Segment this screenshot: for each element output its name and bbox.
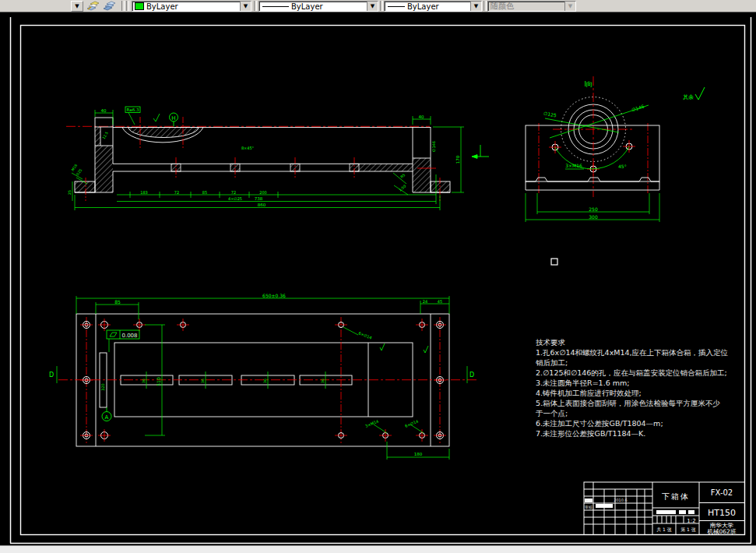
dim-label: ∅146 bbox=[431, 141, 436, 152]
dim-label: 738 bbox=[255, 196, 263, 201]
lineweight-control-combo[interactable]: ByLayer ▼ bbox=[384, 1, 482, 12]
tech-line: 5.箱体上表面接合面刮研，用涂色法检验每平方厘米不少 bbox=[536, 398, 744, 408]
tech-line: 于一个点; bbox=[536, 408, 744, 418]
part-name: 下箱体 bbox=[662, 492, 690, 501]
command-line-strip[interactable] bbox=[0, 545, 756, 553]
dim-label: 860 bbox=[258, 203, 266, 207]
toolbar-separator bbox=[121, 1, 125, 11]
drawing-number: FX-02 bbox=[711, 488, 733, 497]
front-section-view: H Ra6.3 bbox=[66, 107, 489, 210]
layer-previous-icon[interactable] bbox=[102, 0, 117, 11]
dim-label: 180 bbox=[414, 452, 423, 456]
surface-note-label: 其余 bbox=[683, 94, 694, 100]
dim-label: 250 bbox=[589, 206, 598, 212]
view-label: I向 bbox=[584, 80, 592, 88]
leader-label: ∅25 bbox=[76, 168, 83, 177]
slot-dim-label: 36 bbox=[201, 379, 205, 383]
toolbar-separator bbox=[483, 1, 487, 11]
dim-label: 650±0.36 bbox=[262, 293, 286, 298]
bolt-note-label: 3×M16 bbox=[565, 163, 582, 168]
flatness-symbol-icon bbox=[110, 333, 117, 336]
dim-label: 510 bbox=[156, 377, 161, 386]
chamfer-label: 8×45° bbox=[241, 146, 255, 150]
roughness-check-icon bbox=[695, 87, 705, 100]
dim-label: 300 bbox=[589, 214, 598, 220]
toolbar-separator bbox=[380, 1, 383, 11]
title-date: 2010.6 bbox=[614, 498, 628, 502]
lineweight-value: ByLayer bbox=[405, 2, 439, 11]
tech-line: 3.未注圆角半径R=1.6 mm; bbox=[536, 378, 744, 388]
color-value: ByLayer bbox=[144, 2, 178, 11]
datum-label: A bbox=[105, 414, 109, 421]
technical-requirements: 技术要求 1.孔6x∅14和螺纹孔4xM14,应在上下箱体合箱，插入定位 销后加… bbox=[536, 337, 744, 439]
slot-dim-label: 36 bbox=[263, 379, 267, 383]
toolbar-separator bbox=[126, 1, 129, 11]
make-object-layer-current-icon[interactable] bbox=[86, 0, 100, 11]
dim-label: 72 bbox=[231, 190, 236, 195]
flatness-tolerance-frame: 0.008 bbox=[107, 330, 139, 352]
dim-label: 40 bbox=[419, 114, 424, 119]
plotstyle-control-combo: 随颜色 ▼ bbox=[487, 1, 576, 12]
angle-label: 45° bbox=[618, 164, 627, 169]
title-row-label: 设计 bbox=[584, 498, 592, 502]
plotstyle-value: 随颜色 bbox=[488, 1, 514, 12]
chevron-down-icon[interactable]: ▼ bbox=[367, 2, 378, 11]
linetype-value: ByLayer bbox=[289, 2, 323, 11]
dim-label: 200 bbox=[259, 190, 267, 195]
linetype-control-combo[interactable]: ByLayer ▼ bbox=[258, 1, 378, 12]
tech-line: 6.未注加工尺寸公差按GB/T1804—m; bbox=[536, 418, 744, 428]
title-row-label: 审核 bbox=[585, 505, 592, 509]
color-swatch bbox=[135, 2, 144, 10]
object-properties-toolbar: ▼ ByLayer ▼ ByLayer bbox=[0, 0, 756, 12]
cad-application-window: ▼ ByLayer ▼ ByLayer bbox=[0, 0, 756, 553]
tech-line: 销后加工; bbox=[536, 358, 744, 368]
tech-title: 技术要求 bbox=[536, 337, 744, 347]
chevron-down-icon[interactable]: ▼ bbox=[470, 2, 481, 11]
view-direction-arrow bbox=[472, 145, 489, 158]
drawing-canvas[interactable]: H Ra6.3 bbox=[0, 12, 756, 546]
sheet-total: 共 1 张 bbox=[656, 527, 672, 533]
tech-line: 4.铸件机加工前应进行时效处理; bbox=[536, 388, 744, 398]
dim-label: 25 bbox=[68, 190, 72, 195]
pocket-roughness-label: Ra6.3 bbox=[127, 107, 139, 112]
toolbar-separator bbox=[254, 1, 257, 11]
sheet-number: 第 1 张 bbox=[680, 527, 696, 533]
hub-balloon-label: H bbox=[171, 115, 175, 122]
plan-view: 36 36 36 36 650±0.36 85 24 45 bbox=[49, 293, 479, 460]
section-label: D bbox=[469, 372, 474, 379]
tech-line: 1.孔6x∅14和螺纹孔4xM14,应在上下箱体合箱，插入定位 bbox=[536, 347, 744, 358]
dim-label: 170 bbox=[455, 155, 460, 164]
layer-combo-arrow[interactable]: ▼ bbox=[71, 1, 83, 12]
dim-label: 24 bbox=[423, 299, 427, 304]
dim-label: 40 bbox=[101, 108, 107, 113]
hole-note-label: 4×∅25 bbox=[228, 196, 242, 201]
leader-label: 6×∅14 bbox=[358, 330, 373, 340]
chevron-down-icon: ▼ bbox=[564, 2, 575, 11]
dim-label: ∅146 bbox=[631, 104, 645, 113]
color-control-combo[interactable]: ByLayer ▼ bbox=[132, 1, 251, 12]
end-view: I向 bbox=[526, 76, 705, 222]
chevron-down-icon[interactable]: ▼ bbox=[240, 2, 251, 11]
slot-dim-label: 36 bbox=[321, 379, 325, 383]
section-label: D bbox=[49, 372, 54, 379]
tech-line: 7.未注形位公差按GB/T1184—K. bbox=[536, 428, 744, 439]
dim-label: 45 bbox=[438, 299, 442, 304]
leader-label: R5 bbox=[399, 173, 406, 179]
title-block: 下箱体 FX-02 HT150 南华大学 机械062班 1:2 共 1 张 第 … bbox=[584, 482, 745, 535]
linetype-sample bbox=[262, 6, 289, 7]
tech-line: 2.∅125和∅146的孔，应在与箱盖安装定位销合箱后加工; bbox=[536, 368, 744, 378]
sheet-border bbox=[10, 17, 751, 544]
lineweight-sample bbox=[388, 6, 405, 7]
scale-value: 1:2 bbox=[687, 518, 695, 524]
datum-feature-symbol: A bbox=[102, 407, 111, 421]
leader-label: 6×∅14 bbox=[404, 419, 419, 428]
dim-label: 320 bbox=[100, 383, 105, 391]
grip-square[interactable] bbox=[551, 259, 557, 265]
material-spec: HT150 bbox=[708, 508, 736, 518]
slot-dim-label: 36 bbox=[142, 379, 146, 383]
class-name: 机械062班 bbox=[708, 528, 737, 535]
dim-label: 85 bbox=[114, 299, 121, 305]
dim-label: 183 bbox=[140, 190, 148, 195]
dim-label: 85 bbox=[202, 190, 207, 195]
tolerance-value: 0.008 bbox=[121, 333, 137, 339]
